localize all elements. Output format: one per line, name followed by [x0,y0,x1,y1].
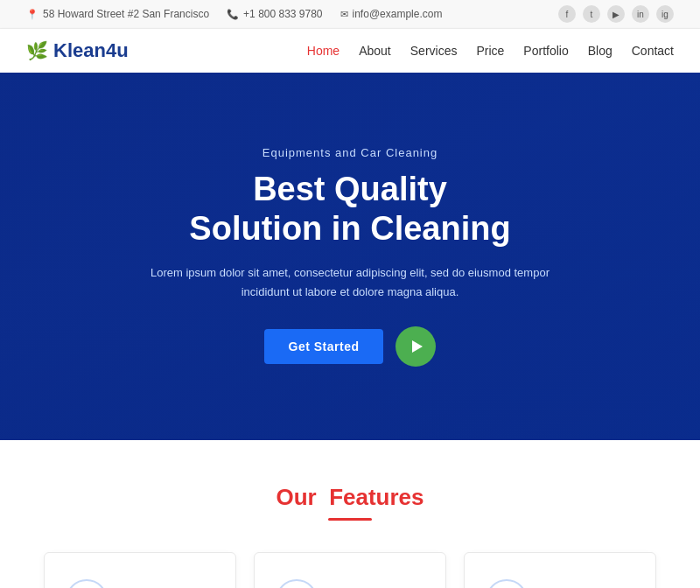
hero-content: Equipments and Car Cleaning Best Quality… [122,146,578,367]
feature-card-eco: Eco-Friendly Lorem ipsum dolor sit amet … [254,552,446,588]
play-triangle-icon [412,340,423,353]
nav-link-home[interactable]: Home [307,44,340,58]
satisfaction-icon [486,579,528,588]
nav-link-about[interactable]: About [359,44,391,58]
nav-link-services[interactable]: Services [410,44,458,58]
nav-item-price[interactable]: Price [476,43,504,59]
twitter-icon[interactable]: t [583,5,600,23]
instagram-icon[interactable]: ig [656,5,674,23]
features-grid: Export Team Lorem ipsum dolor sit amet c… [26,552,674,588]
play-button[interactable] [396,326,436,367]
phone-icon [227,9,239,20]
team-icon [66,579,108,588]
feature-card-satisfaction: 100% Satisfaction Lorem ipsum dolor sit … [464,552,656,588]
nav-item-home[interactable]: Home [307,43,340,59]
feature-card-team: Export Team Lorem ipsum dolor sit amet c… [44,552,236,588]
email-icon [340,9,348,20]
nav-links: Home About Services Price Portfolio Blog… [307,43,674,59]
nav-item-portfolio[interactable]: Portfolio [523,43,568,59]
eco-icon [276,579,318,588]
nav-item-services[interactable]: Services [410,43,458,59]
features-section: Our Features Export Team Lorem ipsum dol… [0,440,700,588]
logo-text: Klean4u [53,39,129,62]
hero-actions: Get Started [140,326,560,367]
address-info: 58 Howard Street #2 San Francisco [26,8,209,20]
youtube-icon[interactable]: ▶ [607,5,625,23]
nav-link-contact[interactable]: Contact [632,44,674,58]
hero-subtitle: Equipments and Car Cleaning [140,146,560,159]
topbar: 58 Howard Street #2 San Francisco +1 800… [0,0,700,29]
nav-item-blog[interactable]: Blog [588,43,612,59]
email-text: info@example.com [353,8,443,20]
pin-icon [26,9,38,20]
logo-leaf-icon: 🌿 [26,40,48,61]
hero-title: Best Quality Solution in Cleaning [140,170,560,249]
section-title-normal: Our [276,484,316,510]
section-title: Our Features [26,484,674,511]
nav-link-price[interactable]: Price [476,44,504,58]
linkedin-icon[interactable]: in [632,5,649,23]
nav-link-blog[interactable]: Blog [588,44,612,58]
nav-link-portfolio[interactable]: Portfolio [523,44,568,58]
topbar-social: f t ▶ in ig [558,5,674,23]
phone-info: +1 800 833 9780 [227,8,322,20]
nav-item-contact[interactable]: Contact [632,43,674,59]
nav-item-about[interactable]: About [359,43,391,59]
facebook-icon[interactable]: f [558,5,576,23]
get-started-button[interactable]: Get Started [264,329,384,364]
hero-section: Equipments and Car Cleaning Best Quality… [0,73,700,440]
email-info: info@example.com [340,8,443,20]
phone-text: +1 800 833 9780 [243,8,322,20]
topbar-left: 58 Howard Street #2 San Francisco +1 800… [26,8,442,20]
logo: 🌿 Klean4u [26,39,129,62]
hero-description: Lorem ipsum dolor sit amet, consectetur … [140,263,560,302]
title-underline [328,518,372,521]
hero-title-line1: Best Quality [253,171,447,207]
section-title-accent: Features [329,484,424,510]
address-text: 58 Howard Street #2 San Francisco [43,8,209,20]
navbar: 🌿 Klean4u Home About Services Price Port… [0,29,700,73]
hero-title-line2: Solution in Cleaning [189,210,510,247]
